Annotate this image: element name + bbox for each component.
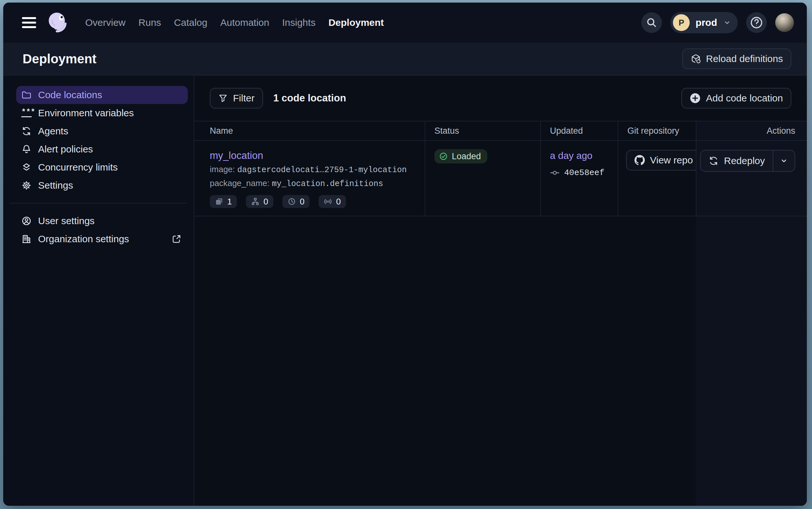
package-line: package_name: my_location.definitions [210, 177, 414, 191]
folder-icon [21, 90, 32, 100]
schedules-count-badge[interactable]: 0 [283, 195, 309, 208]
table-header: Name Status Updated Git repository Actio… [194, 121, 807, 141]
deployment-switcher[interactable]: P prod [670, 12, 738, 33]
assets-count-badge[interactable]: 1 [210, 195, 237, 208]
nav-item-automation[interactable]: Automation [219, 14, 270, 31]
user-circle-icon [21, 216, 32, 226]
reload-definitions-label: Reload definitions [706, 53, 783, 64]
sidebar-item-organization-settings[interactable]: Organization settings [16, 230, 188, 248]
code-locations-toolbar: Filter 1 code location Add code location [194, 75, 807, 121]
add-code-location-button[interactable]: Add code location [681, 88, 791, 108]
search-icon [646, 17, 657, 28]
commit-icon [550, 168, 560, 178]
sidebar-item-environment-variables[interactable]: *** Environment variables [16, 104, 188, 122]
sidebar-item-label: Organization settings [38, 234, 129, 244]
sensor-icon [324, 197, 332, 206]
sensors-count: 0 [336, 197, 340, 207]
jobs-count-badge[interactable]: 0 [246, 195, 273, 208]
updated-cell: a day ago 40e58eef [540, 141, 618, 216]
redeploy-button[interactable]: Redeploy [701, 150, 773, 171]
view-repo-label: View repo [650, 155, 693, 166]
column-header-git-repository: Git repository [618, 122, 696, 140]
sidebar-item-concurrency-limits[interactable]: Concurrency limits [16, 158, 188, 176]
code-locations-main: Filter 1 code location Add code location [194, 75, 807, 506]
code-location-count: 1 code location [273, 92, 346, 104]
nav-item-overview[interactable]: Overview [84, 14, 127, 31]
reload-definitions-button[interactable]: Reload definitions [682, 48, 792, 69]
git-repository-cell: View repo [618, 141, 696, 216]
layers-icon [21, 162, 32, 172]
sidebar-item-label: Concurrency limits [38, 162, 118, 173]
status-badge: Loaded [434, 149, 487, 163]
image-label: image: [210, 164, 235, 174]
agents-cycle-icon [21, 126, 32, 136]
chevron-down-icon [780, 157, 788, 165]
nav-right-cluster: P prod [641, 12, 794, 33]
jobs-icon [251, 197, 259, 206]
sidebar-item-alert-policies[interactable]: Alert policies [16, 140, 188, 158]
primary-nav: Overview Runs Catalog Automation Insight… [84, 14, 385, 31]
column-header-updated: Updated [540, 122, 618, 140]
commit-hash: 40e58eef [564, 168, 604, 178]
column-header-actions: Actions [696, 122, 807, 140]
status-label: Loaded [452, 151, 481, 162]
jobs-count: 0 [263, 197, 268, 207]
commit-line: 40e58eef [550, 168, 618, 178]
redeploy-refresh-icon [708, 156, 719, 166]
schedules-count: 0 [300, 197, 304, 207]
redeploy-label: Redeploy [724, 155, 765, 166]
menu-icon[interactable] [22, 17, 36, 28]
plus-circle-icon [690, 93, 701, 104]
app-window: Overview Runs Catalog Automation Insight… [3, 3, 807, 506]
external-link-icon [172, 234, 181, 244]
sidebar-item-label: Alert policies [38, 144, 93, 155]
sidebar-item-agents[interactable]: Agents [16, 122, 188, 140]
name-cell: my_location image: dagstercodelocati…275… [194, 141, 425, 216]
sidebar-item-user-settings[interactable]: User settings [16, 212, 188, 230]
nav-item-catalog[interactable]: Catalog [173, 14, 209, 31]
dagster-logo[interactable] [46, 10, 70, 35]
sidebar-item-settings[interactable]: Settings [16, 176, 188, 195]
sidebar-item-label: Code locations [38, 90, 102, 100]
sidebar-item-label: Environment variables [38, 107, 134, 118]
image-value: dagstercodelocati…2759-1-mylocation [237, 165, 407, 175]
definition-count-badges: 1 [210, 195, 414, 208]
redeploy-more-button[interactable] [773, 150, 795, 171]
chevron-down-icon [723, 19, 731, 27]
nav-item-runs[interactable]: Runs [137, 14, 162, 31]
status-cell: Loaded [425, 141, 540, 216]
desktop-background: Overview Runs Catalog Automation Insight… [0, 0, 812, 509]
code-location-link[interactable]: my_location [210, 150, 263, 161]
top-nav: Overview Runs Catalog Automation Insight… [3, 3, 807, 43]
filter-label: Filter [233, 93, 255, 104]
redeploy-split-button: Redeploy [700, 150, 795, 172]
filter-icon [218, 93, 228, 103]
help-button[interactable] [746, 12, 767, 33]
filter-button[interactable]: Filter [210, 88, 263, 108]
sensors-count-badge[interactable]: 0 [319, 195, 346, 208]
package-value: my_location.definitions [272, 179, 383, 189]
nav-item-insights[interactable]: Insights [281, 14, 317, 31]
github-icon [634, 155, 645, 165]
search-button[interactable] [641, 12, 662, 33]
actions-cell: Redeploy [696, 141, 807, 216]
deployment-sidebar: Code locations *** Environment variables… [3, 75, 194, 506]
sidebar-divider [10, 203, 187, 203]
check-circle-icon [439, 152, 448, 161]
updated-time-link[interactable]: a day ago [550, 150, 593, 161]
reload-definitions-icon [691, 54, 701, 64]
image-line: image: dagstercodelocati…2759-1-mylocati… [210, 163, 414, 177]
gear-icon [21, 180, 32, 191]
view-repo-button[interactable]: View repo [626, 150, 696, 171]
add-code-location-label: Add code location [706, 93, 783, 104]
building-icon [21, 234, 32, 244]
sidebar-item-code-locations[interactable]: Code locations [16, 86, 188, 104]
deployment-initial-badge: P [673, 14, 690, 31]
bell-icon [21, 144, 32, 155]
nav-item-deployment[interactable]: Deployment [327, 14, 385, 31]
app-body: Code locations *** Environment variables… [3, 75, 807, 506]
assets-count: 1 [227, 197, 232, 207]
env-vars-icon: *** [21, 109, 32, 117]
code-location-row: my_location image: dagstercodelocati…275… [194, 141, 807, 216]
user-avatar[interactable] [775, 13, 794, 32]
